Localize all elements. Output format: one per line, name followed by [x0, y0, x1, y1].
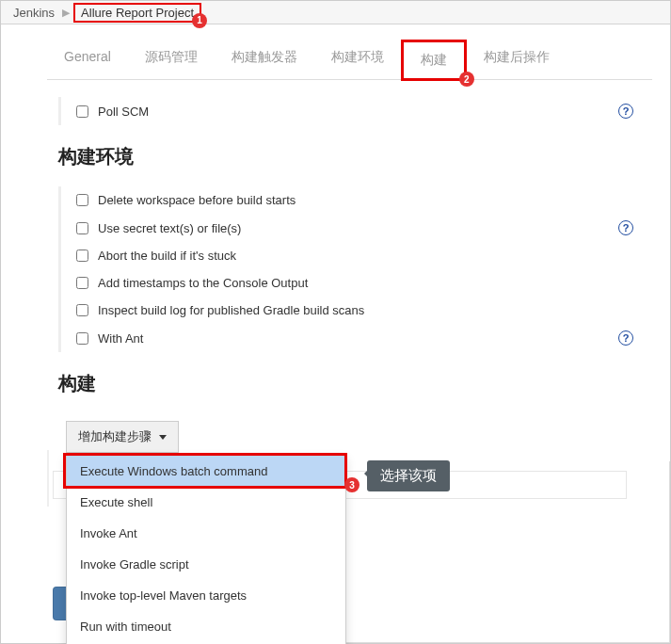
caret-down-icon — [159, 435, 167, 440]
gradle-scan-checkbox[interactable] — [76, 304, 88, 316]
with-ant-checkbox[interactable] — [76, 332, 88, 345]
breadcrumb-project-label: Allure Report Project — [81, 6, 194, 20]
timestamps-checkbox[interactable] — [76, 277, 88, 289]
delete-workspace-checkbox[interactable] — [76, 194, 88, 206]
build-section-title: 构建 — [58, 371, 652, 396]
annotation-badge-3: 3 — [344, 477, 359, 492]
breadcrumb-root[interactable]: Jenkins — [8, 6, 60, 20]
annotation-badge-1: 1 — [192, 13, 207, 28]
chevron-right-icon: ▶ — [60, 7, 72, 19]
secret-text-label: Use secret text(s) or file(s) — [98, 221, 241, 235]
tab-general[interactable]: General — [47, 40, 128, 79]
gradle-scan-label: Inspect build log for published Gradle b… — [98, 303, 364, 317]
poll-scm-checkbox[interactable] — [76, 105, 88, 118]
breadcrumb: Jenkins ▶ Allure Report Project 1 — [0, 0, 671, 24]
abort-stuck-label: Abort the build if it's stuck — [98, 249, 236, 263]
abort-stuck-checkbox[interactable] — [76, 250, 88, 262]
tab-build[interactable]: 构建 — [401, 40, 467, 81]
menu-item-shell[interactable]: Execute shell — [67, 487, 345, 518]
triggers-section: Poll SCM ? — [58, 97, 652, 125]
menu-item-gradle[interactable]: Invoke Gradle script — [67, 549, 345, 580]
menu-item-maven[interactable]: Invoke top-level Maven targets — [67, 580, 345, 611]
help-icon[interactable]: ? — [618, 104, 633, 119]
breadcrumb-project[interactable]: Allure Report Project 1 — [73, 3, 201, 23]
env-section-title: 构建环境 — [58, 144, 652, 169]
tab-triggers[interactable]: 构建触发器 — [215, 40, 314, 79]
secret-text-checkbox[interactable] — [76, 222, 88, 234]
add-build-step-button[interactable]: 增加构建步骤 — [66, 421, 179, 453]
build-step-menu: Execute Windows batch command Execute sh… — [66, 455, 346, 644]
tab-post[interactable]: 构建后操作 — [467, 40, 567, 79]
tab-env[interactable]: 构建环境 — [314, 40, 401, 79]
annotation-tooltip: 选择该项 — [367, 460, 450, 491]
menu-item-win-batch[interactable]: Execute Windows batch command — [67, 456, 345, 487]
annotation-badge-2: 2 — [459, 72, 474, 87]
help-icon[interactable]: ? — [618, 330, 633, 346]
timestamps-label: Add timestamps to the Console Output — [98, 276, 308, 290]
menu-item-timeout[interactable]: Run with timeout — [67, 611, 345, 642]
menu-item-ant[interactable]: Invoke Ant — [67, 518, 345, 549]
env-section: Delete workspace before build starts Use… — [58, 186, 652, 352]
poll-scm-label: Poll SCM — [98, 105, 149, 119]
help-icon[interactable]: ? — [618, 220, 633, 235]
with-ant-label: With Ant — [98, 331, 143, 346]
delete-workspace-label: Delete workspace before build starts — [98, 193, 296, 207]
tab-scm[interactable]: 源码管理 — [128, 40, 215, 79]
add-build-step-label: 增加构建步骤 — [78, 428, 152, 445]
config-tabs: General 源码管理 构建触发器 构建环境 构建 2 构建后操作 — [47, 40, 652, 80]
